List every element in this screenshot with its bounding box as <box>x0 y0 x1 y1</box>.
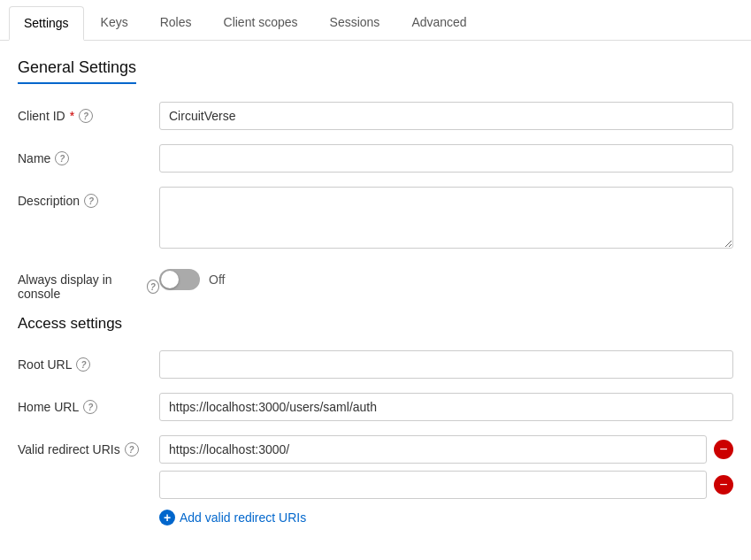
name-label: Name ? <box>18 144 159 165</box>
name-field <box>159 144 733 173</box>
valid-redirect-uris-row: Valid redirect URIs ? − − + Add valid re… <box>18 435 733 529</box>
always-display-help-icon[interactable]: ? <box>147 280 159 294</box>
root-url-row: Root URL ? <box>18 350 733 379</box>
description-row: Description ? <box>18 187 733 251</box>
uri-row-2: − <box>159 471 733 499</box>
client-id-label: Client ID * ? <box>18 102 159 123</box>
access-settings-section: Access settings Root URL ? Home URL ? <box>18 315 733 529</box>
valid-redirect-uris-label: Valid redirect URIs ? <box>18 435 159 456</box>
remove-uri-2-button[interactable]: − <box>714 475 733 495</box>
always-display-row: Always display in console ? Off <box>18 265 733 301</box>
general-settings-title: General Settings <box>18 58 136 84</box>
tab-roles[interactable]: Roles <box>145 5 207 40</box>
name-help-icon[interactable]: ? <box>55 151 69 165</box>
tab-advanced[interactable]: Advanced <box>396 5 481 40</box>
tab-keys[interactable]: Keys <box>86 5 143 40</box>
tab-sessions[interactable]: Sessions <box>315 5 395 40</box>
description-field <box>159 187 733 251</box>
tab-client-scopes[interactable]: Client scopes <box>209 5 313 40</box>
client-id-help-icon[interactable]: ? <box>79 109 93 123</box>
toggle-thumb <box>161 271 179 288</box>
always-display-toggle[interactable] <box>159 269 200 290</box>
name-row: Name ? <box>18 144 733 173</box>
root-url-input[interactable] <box>159 350 733 379</box>
access-settings-title: Access settings <box>18 315 733 333</box>
home-url-row: Home URL ? <box>18 393 733 421</box>
client-id-row: Client ID * ? <box>18 102 733 130</box>
always-display-label: Always display in console ? <box>18 265 159 301</box>
home-url-label: Home URL ? <box>18 393 159 414</box>
root-url-field <box>159 350 733 379</box>
add-valid-redirect-uris-button[interactable]: + Add valid redirect URIs <box>159 506 306 529</box>
home-url-field <box>159 393 733 421</box>
tab-settings[interactable]: Settings <box>9 6 84 41</box>
uri-input-2[interactable] <box>159 471 707 499</box>
home-url-help-icon[interactable]: ? <box>83 400 97 414</box>
valid-uris-field: − − + Add valid redirect URIs <box>159 435 733 529</box>
root-url-label: Root URL ? <box>18 350 159 372</box>
description-help-icon[interactable]: ? <box>84 194 98 208</box>
home-url-input[interactable] <box>159 393 733 421</box>
name-input[interactable] <box>159 144 733 173</box>
general-settings-section: General Settings Client ID * ? Name ? <box>18 58 733 301</box>
uri-row-1: − <box>159 435 733 464</box>
plus-circle-icon: + <box>159 510 175 525</box>
client-id-input[interactable] <box>159 102 733 130</box>
always-display-field: Off <box>159 265 733 290</box>
remove-uri-1-button[interactable]: − <box>714 440 733 459</box>
toggle-off-label: Off <box>209 272 225 287</box>
client-id-field <box>159 102 733 130</box>
toggle-row: Off <box>159 265 733 290</box>
valid-redirect-uris-help-icon[interactable]: ? <box>125 442 139 456</box>
uri-input-1[interactable] <box>159 435 707 464</box>
tabs-nav: Settings Keys Roles Client scopes Sessio… <box>0 0 751 41</box>
description-textarea[interactable] <box>159 187 733 249</box>
root-url-help-icon[interactable]: ? <box>76 357 90 372</box>
required-marker: * <box>70 109 74 123</box>
description-label: Description ? <box>18 187 159 208</box>
main-content: General Settings Client ID * ? Name ? <box>0 41 751 560</box>
